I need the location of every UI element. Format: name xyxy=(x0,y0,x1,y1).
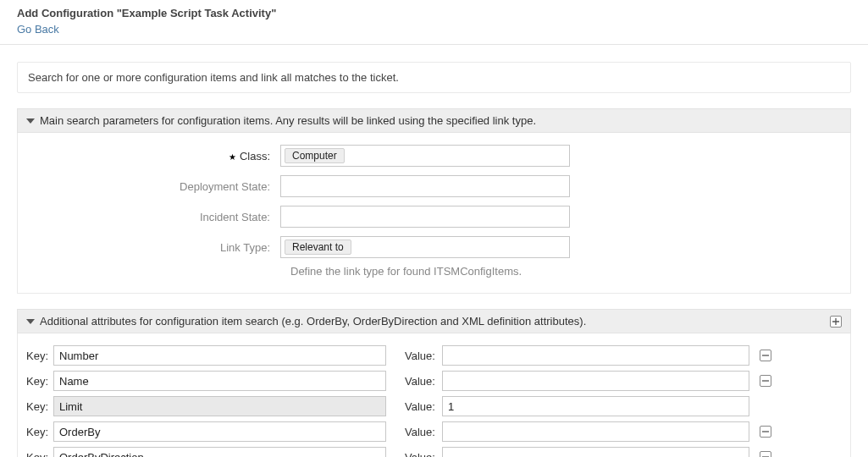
svg-marker-1 xyxy=(26,319,35,324)
value-input[interactable] xyxy=(442,447,749,457)
main-search-title: Main search parameters for configuration… xyxy=(40,114,536,127)
label-deployment-state: Deployment State: xyxy=(26,180,280,193)
content-area: Search for one or more configuration ite… xyxy=(0,45,868,457)
remove-attribute-button[interactable] xyxy=(760,350,771,361)
attribute-row: Key:Value: xyxy=(26,396,842,416)
required-star-icon: ★ xyxy=(229,152,236,162)
value-input[interactable] xyxy=(442,396,749,416)
main-search-section: Main search parameters for configuration… xyxy=(17,108,851,294)
minus-icon xyxy=(761,377,770,385)
remove-attribute-button[interactable] xyxy=(760,375,771,387)
minus-icon xyxy=(761,427,770,436)
attribute-row: Key:Value: xyxy=(26,447,842,457)
additional-attributes-title: Additional attributes for configuration … xyxy=(40,315,586,328)
add-attribute-button[interactable] xyxy=(830,316,842,328)
link-type-tag[interactable]: Relevant to xyxy=(285,240,351,255)
row-class: ★Class: Computer xyxy=(26,145,842,167)
value-label: Value: xyxy=(405,451,442,458)
value-label: Value: xyxy=(405,375,442,388)
class-tag[interactable]: Computer xyxy=(285,148,345,163)
key-input[interactable] xyxy=(53,371,386,391)
key-input[interactable] xyxy=(53,421,386,442)
value-input[interactable] xyxy=(442,371,749,391)
key-input[interactable] xyxy=(53,447,386,457)
value-input[interactable] xyxy=(442,345,749,366)
incident-state-select[interactable] xyxy=(280,206,570,228)
additional-attributes-section: Additional attributes for configuration … xyxy=(17,309,851,457)
main-search-body: ★Class: Computer Deployment State: Incid xyxy=(17,133,851,294)
go-back-link[interactable]: Go Back xyxy=(17,21,851,37)
remove-attribute-button[interactable] xyxy=(760,451,771,457)
key-label: Key: xyxy=(26,426,53,438)
link-type-select[interactable]: Relevant to xyxy=(280,236,570,258)
key-input[interactable] xyxy=(53,345,386,366)
minus-icon xyxy=(761,351,770,360)
page-header: Add Configuration "Example Script Task A… xyxy=(0,0,868,45)
row-link-type: Link Type: Relevant to xyxy=(26,236,842,258)
remove-attribute-button[interactable] xyxy=(760,426,771,438)
row-deployment-state: Deployment State: xyxy=(26,175,842,197)
class-select[interactable]: Computer xyxy=(280,145,570,167)
plus-icon xyxy=(832,317,840,326)
label-class: ★Class: xyxy=(26,150,280,162)
additional-attributes-header[interactable]: Additional attributes for configuration … xyxy=(17,309,851,333)
info-bar: Search for one or more configuration ite… xyxy=(17,62,851,93)
attribute-row: Key:Value: xyxy=(26,421,842,442)
key-label: Key: xyxy=(26,451,53,458)
additional-attributes-body: Key:Value:Key:Value:Key:Value:Key:Value:… xyxy=(17,333,851,457)
attribute-row: Key:Value: xyxy=(26,371,842,391)
caret-down-icon xyxy=(26,317,35,326)
value-input[interactable] xyxy=(442,421,749,442)
key-input xyxy=(53,396,386,416)
minus-icon xyxy=(761,453,770,457)
key-label: Key: xyxy=(26,350,53,362)
key-label: Key: xyxy=(26,400,53,413)
attribute-row: Key:Value: xyxy=(26,345,842,366)
main-search-header[interactable]: Main search parameters for configuration… xyxy=(17,108,851,133)
label-link-type: Link Type: xyxy=(26,241,280,254)
caret-down-icon xyxy=(26,117,35,125)
row-incident-state: Incident State: xyxy=(26,206,842,228)
key-label: Key: xyxy=(26,375,53,388)
value-label: Value: xyxy=(405,426,442,438)
svg-marker-0 xyxy=(26,118,35,124)
deployment-state-select[interactable] xyxy=(280,175,570,197)
value-label: Value: xyxy=(405,400,442,413)
link-type-help: Define the link type for found ITSMConfi… xyxy=(290,265,842,278)
page-title: Add Configuration "Example Script Task A… xyxy=(17,5,851,21)
value-label: Value: xyxy=(405,350,442,362)
label-incident-state: Incident State: xyxy=(26,211,280,223)
